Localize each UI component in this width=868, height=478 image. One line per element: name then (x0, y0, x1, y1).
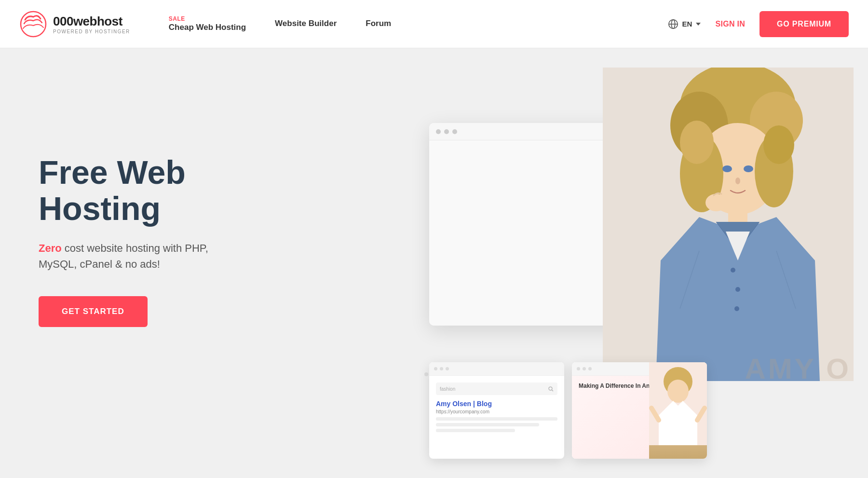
nav-cheap-hosting-label: Cheap Web Hosting (169, 23, 246, 32)
hero-subtitle: Zero cost website hosting with PHP, MySQ… (39, 240, 212, 272)
nav-item-cheap-hosting[interactable]: SALE Cheap Web Hosting (154, 15, 260, 32)
nav-item-website-builder[interactable]: Website Builder (260, 19, 351, 28)
svg-point-21 (735, 287, 740, 292)
card2-person (649, 362, 707, 459)
logo-text: 000webhost POWERED BY HOSTINGER (53, 14, 130, 34)
mockup-dot-1 (434, 367, 437, 370)
search-bar-text: fashion (440, 386, 545, 392)
logo-icon (19, 10, 47, 38)
mockup-dot-4 (577, 367, 580, 370)
mockup-search-bar: fashion (436, 382, 557, 395)
navbar-right: EN SIGN IN GO PREMIUM (668, 11, 849, 37)
nav-sale-label: SALE (169, 15, 246, 22)
mockup-dot-3 (446, 367, 449, 370)
person-svg (603, 68, 854, 381)
search-icon (548, 386, 554, 392)
browser-dot-1 (436, 129, 441, 134)
svg-point-14 (744, 165, 753, 172)
hero-content: Free Web Hosting Zero cost website hosti… (0, 48, 251, 327)
hero-subtitle-rest: cost website hosting with PHP, MySQL, cP… (39, 242, 208, 270)
svg-point-20 (731, 268, 735, 273)
hero-illustration: AMY O fashion (405, 48, 868, 478)
svg-point-17 (705, 194, 727, 211)
blog-mockup-url: https://yourcompany.com (436, 409, 557, 414)
blog-mockup-card: fashion Amy Olsen | Blog https://yourcom… (429, 362, 564, 459)
nav-links: SALE Cheap Web Hosting Website Builder F… (154, 15, 668, 32)
mockup-body-1: fashion Amy Olsen | Blog https://yourcom… (429, 376, 564, 441)
text-line-2 (436, 423, 539, 426)
chevron-down-icon (696, 23, 701, 26)
lang-code: EN (682, 20, 692, 28)
logo-main-text: 000webhost (53, 14, 130, 29)
svg-point-13 (722, 165, 732, 172)
amy-overlay-text: AMY O (745, 352, 851, 385)
logo-sub-text: POWERED BY HOSTINGER (53, 29, 130, 34)
svg-point-27 (667, 380, 689, 403)
mini-dot-1 (424, 372, 428, 376)
globe-icon (668, 19, 678, 29)
go-premium-button[interactable]: GO PREMIUM (760, 11, 849, 37)
blog-mockup-text (436, 417, 557, 432)
bottom-mockups: fashion Amy Olsen | Blog https://yourcom… (429, 362, 707, 459)
browser-dot-3 (452, 129, 457, 134)
sign-in-button[interactable]: SIGN IN (710, 20, 750, 28)
difference-mockup-card: Making A Difference In Any Way I Can (572, 362, 707, 459)
mockup-dot-2 (440, 367, 443, 370)
mockup-card-2-body: Making A Difference In Any Way I Can (572, 376, 707, 459)
svg-point-22 (734, 306, 739, 311)
svg-line-24 (552, 390, 553, 391)
card2-person-svg (649, 362, 707, 445)
svg-point-11 (680, 121, 714, 164)
hero-title: Free Web Hosting (39, 154, 212, 227)
language-selector[interactable]: EN (668, 19, 701, 29)
browser-dot-2 (444, 129, 449, 134)
text-line-3 (436, 429, 515, 432)
hero-section: Free Web Hosting Zero cost website hosti… (0, 48, 868, 478)
hero-subtitle-zero: Zero (39, 242, 62, 254)
mockup-dot-5 (583, 367, 586, 370)
get-started-button[interactable]: GET STARTED (39, 296, 148, 327)
blog-mockup-title: Amy Olsen | Blog (436, 400, 557, 408)
svg-point-23 (549, 387, 552, 390)
mockup-dot-6 (588, 367, 592, 370)
hero-person-image (603, 68, 854, 381)
logo-link[interactable]: 000webhost POWERED BY HOSTINGER (19, 10, 130, 38)
navbar: 000webhost POWERED BY HOSTINGER SALE Che… (0, 0, 868, 48)
mockup-top-bar-1 (429, 362, 564, 376)
svg-point-0 (21, 12, 46, 37)
svg-point-15 (735, 178, 740, 184)
nav-item-forum[interactable]: Forum (351, 19, 406, 28)
text-line-1 (436, 417, 557, 421)
svg-point-12 (763, 125, 794, 164)
